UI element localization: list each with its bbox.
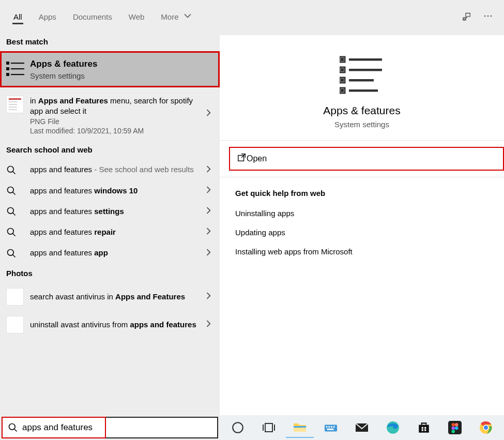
svg-point-3 — [491, 16, 492, 17]
svg-rect-32 — [341, 89, 344, 92]
svg-rect-42 — [326, 426, 328, 428]
open-label: Open — [247, 154, 267, 163]
svg-line-19 — [13, 254, 16, 257]
section-photos: Photos — [0, 264, 220, 283]
preview-panel: Apps & features System settings Open Get… — [220, 35, 504, 440]
tab-web[interactable]: Web — [120, 3, 153, 29]
svg-rect-43 — [328, 426, 330, 428]
taskbar-figma-icon[interactable] — [441, 417, 469, 438]
svg-rect-51 — [424, 427, 426, 429]
svg-point-16 — [8, 229, 14, 235]
svg-point-56 — [455, 423, 459, 427]
taskbar-store-icon[interactable] — [410, 417, 438, 438]
search-icon — [6, 248, 17, 259]
result-subtitle: System settings — [30, 71, 199, 80]
taskbar-file-explorer-icon[interactable] — [286, 417, 314, 438]
svg-line-17 — [13, 234, 16, 236]
result-best-match[interactable]: Apps & features System settings — [0, 51, 220, 87]
svg-rect-52 — [422, 429, 423, 431]
svg-point-14 — [8, 208, 14, 214]
svg-rect-50 — [422, 427, 423, 429]
taskbar-keyboard-icon[interactable] — [317, 417, 345, 438]
svg-point-57 — [452, 427, 455, 430]
result-web[interactable]: apps and features - See school and web r… — [0, 159, 220, 180]
result-title: apps and features app — [30, 248, 199, 258]
taskbar-taskview-icon[interactable] — [255, 417, 283, 438]
help-link-uninstalling[interactable]: Uninstalling apps — [220, 204, 504, 223]
svg-rect-49 — [419, 425, 429, 433]
tab-more-label: More — [161, 12, 178, 21]
help-link-updating[interactable]: Updating apps — [220, 223, 504, 242]
tab-more[interactable]: More — [152, 3, 199, 29]
svg-line-21 — [14, 429, 17, 432]
search-filter-tabs: All Apps Documents Web More — [0, 0, 504, 32]
taskbar-edge-icon[interactable] — [379, 417, 407, 438]
photo-thumbnail-icon — [6, 316, 24, 333]
search-input[interactable] — [22, 418, 217, 437]
chevron-right-icon — [205, 292, 212, 301]
svg-rect-45 — [333, 426, 335, 428]
taskbar — [220, 415, 504, 440]
result-title: apps and features - See school and web r… — [30, 164, 199, 175]
svg-rect-33 — [349, 89, 378, 92]
result-title: search avast antivirus in Apps and Featu… — [30, 292, 199, 302]
result-photo[interactable]: uninstall avast antivirus from apps and … — [0, 311, 220, 339]
apps-features-list-icon — [6, 60, 30, 78]
apps-features-large-icon — [220, 44, 504, 100]
result-web[interactable]: apps and features windows 10 — [0, 180, 220, 201]
tab-documents[interactable]: Documents — [65, 3, 120, 29]
search-icon — [6, 206, 17, 217]
svg-point-1 — [484, 16, 486, 17]
chevron-right-icon — [205, 109, 212, 118]
result-web[interactable]: apps and features app — [0, 242, 220, 263]
svg-rect-41 — [325, 424, 337, 431]
tab-apps[interactable]: Apps — [30, 3, 65, 29]
svg-point-20 — [9, 424, 16, 430]
result-title: apps and features repair — [30, 227, 199, 237]
result-title: Apps & features — [30, 58, 199, 70]
result-photo[interactable]: search avast antivirus in Apps and Featu… — [0, 283, 220, 311]
svg-line-13 — [13, 192, 16, 194]
result-web[interactable]: apps and features repair — [0, 222, 220, 242]
taskbar-chrome-icon[interactable] — [472, 417, 500, 438]
svg-rect-53 — [424, 429, 426, 431]
help-header: Get quick help from web — [220, 177, 504, 204]
svg-rect-54 — [448, 421, 462, 434]
svg-line-15 — [13, 213, 16, 216]
help-link-installing[interactable]: Installing web apps from Microsoft — [220, 242, 504, 261]
section-best-match: Best match — [0, 32, 220, 51]
svg-rect-27 — [349, 69, 382, 71]
svg-rect-4 — [6, 62, 9, 65]
svg-point-10 — [8, 166, 14, 172]
search-icon — [6, 165, 17, 175]
more-options-icon[interactable] — [477, 5, 499, 27]
feedback-icon[interactable] — [455, 5, 477, 27]
svg-point-18 — [8, 249, 14, 255]
search-bar — [0, 415, 220, 440]
chevron-right-icon — [205, 207, 212, 216]
svg-rect-9 — [11, 74, 24, 75]
tab-all[interactable]: All — [5, 3, 30, 29]
file-thumbnail-icon — [6, 96, 24, 113]
open-button[interactable]: Open — [229, 147, 504, 171]
svg-point-59 — [452, 430, 455, 433]
svg-rect-46 — [327, 429, 334, 430]
svg-rect-23 — [341, 58, 344, 61]
chevron-right-icon — [205, 249, 212, 258]
svg-rect-24 — [349, 58, 382, 61]
result-file[interactable]: in Apps and Features menu, search for sp… — [0, 87, 220, 141]
svg-point-62 — [484, 426, 488, 430]
result-web[interactable]: apps and features settings — [0, 201, 220, 222]
chevron-right-icon — [205, 320, 212, 329]
taskbar-cortana-icon[interactable] — [224, 417, 252, 438]
svg-rect-8 — [6, 73, 9, 76]
preview-title: Apps & features — [220, 104, 504, 117]
taskbar-mail-icon[interactable] — [348, 417, 376, 438]
search-icon — [6, 227, 17, 237]
svg-line-11 — [13, 171, 16, 174]
svg-rect-44 — [331, 426, 332, 428]
svg-rect-29 — [341, 79, 344, 82]
search-results-panel: Best match Apps & features System settin… — [0, 32, 220, 440]
svg-rect-40 — [294, 426, 306, 428]
photo-thumbnail-icon — [6, 288, 24, 306]
